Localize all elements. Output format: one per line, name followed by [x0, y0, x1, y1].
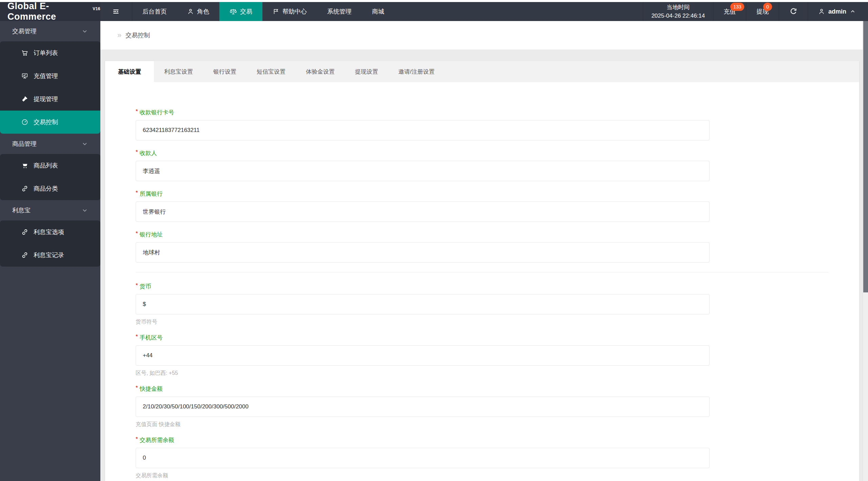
- sidebar-item-withdraw-management[interactable]: 提现管理: [0, 88, 100, 111]
- topnav-label: 帮助中心: [282, 7, 307, 16]
- sidebar-submenu-interest: 利息宝选项 利息宝记录: [0, 220, 100, 267]
- sidebar-group-label: 利息宝: [12, 206, 31, 214]
- chevron-down-icon: [81, 28, 88, 35]
- sidebar-toggle-button[interactable]: [100, 2, 132, 21]
- topbar: Global E-Commerce V16 后台首页 角: [0, 2, 868, 21]
- scales-icon: [230, 8, 237, 15]
- required-mark: *: [136, 282, 138, 289]
- local-time-label: 当地时间: [667, 3, 690, 12]
- field-payee: *收款人: [136, 150, 829, 181]
- field-phone-area-code: *手机区号 区号, 如巴西: +55: [136, 334, 829, 376]
- sidebar-submenu-product: 商品列表 商品分类: [0, 154, 100, 200]
- bank-address-input[interactable]: [136, 242, 710, 263]
- link-icon: [21, 185, 28, 192]
- flag-icon: [273, 8, 279, 15]
- withdraw-count-badge[interactable]: 0: [763, 3, 772, 11]
- admin-page: Global E-Commerce V16 后台首页 角: [0, 0, 868, 481]
- topnav-item-dashboard[interactable]: 后台首页: [132, 2, 177, 21]
- sidebar-item-label: 利息宝记录: [34, 251, 64, 259]
- withdraw-button[interactable]: 0 提现: [746, 2, 779, 21]
- required-mark: *: [136, 230, 138, 237]
- chevron-down-icon: [81, 140, 88, 147]
- tab-withdraw-settings[interactable]: 提现设置: [345, 61, 388, 82]
- refresh-button[interactable]: [779, 2, 808, 21]
- field-label: *快捷金额: [136, 386, 829, 392]
- person-icon: [818, 8, 825, 15]
- topnav-item-help-center[interactable]: 帮助中心: [262, 2, 317, 21]
- tab-invite-register-settings[interactable]: 邀请/注册设置: [388, 61, 445, 82]
- sidebar-item-recharge-management[interactable]: 充值管理: [0, 64, 100, 88]
- sidebar: 交易管理 订单列表 充: [0, 21, 100, 481]
- currency-input[interactable]: [136, 294, 710, 314]
- tab-bank-settings[interactable]: 银行设置: [203, 61, 246, 82]
- sidebar-group-label: 商品管理: [12, 140, 37, 148]
- sidebar-group-product-management[interactable]: 商品管理: [0, 134, 100, 154]
- app-logo-text: Global E-Commerce: [7, 1, 91, 22]
- topnav-item-system[interactable]: 系统管理: [317, 2, 362, 21]
- scrollbar-thumb[interactable]: [863, 21, 868, 292]
- topnav-label: 交易: [240, 7, 252, 16]
- topnav-item-roles[interactable]: 角色: [177, 2, 219, 21]
- person-icon: [187, 8, 194, 15]
- user-menu[interactable]: admin: [808, 2, 866, 21]
- link-icon: [21, 228, 28, 236]
- topnav-item-mall[interactable]: 商城: [362, 2, 394, 21]
- tab-trial-fund-settings[interactable]: 体验金设置: [296, 61, 345, 82]
- board-icon: [21, 72, 28, 80]
- tab-label: 银行设置: [213, 68, 236, 76]
- required-balance-input[interactable]: [136, 448, 710, 468]
- sidebar-item-trade-control[interactable]: 交易控制: [0, 111, 100, 134]
- recharge-count-badge[interactable]: 133: [730, 3, 744, 11]
- required-mark: *: [136, 190, 138, 196]
- form-divider: [136, 272, 829, 272]
- field-label: *收款人: [136, 150, 829, 157]
- field-label: *收款银行卡号: [136, 109, 829, 116]
- field-label: *银行地址: [136, 231, 829, 238]
- menu-toggle-icon: [112, 7, 121, 16]
- sidebar-item-interest-records[interactable]: 利息宝记录: [0, 244, 100, 267]
- required-mark: *: [136, 333, 138, 340]
- sidebar-group-interest-treasure[interactable]: 利息宝: [0, 200, 100, 220]
- field-bank-name: *所属银行: [136, 191, 829, 222]
- recharge-button[interactable]: 133 充值: [713, 2, 746, 21]
- sidebar-item-product-list[interactable]: 商品列表: [0, 154, 100, 177]
- link-icon: [21, 251, 28, 259]
- required-mark: *: [136, 108, 138, 115]
- payee-input[interactable]: [136, 161, 710, 181]
- quick-amounts-input[interactable]: [136, 397, 710, 417]
- sidebar-item-interest-options[interactable]: 利息宝选项: [0, 220, 100, 244]
- topbar-right: 当地时间 2025-04-26 22:46:14 133 充值 0 提现: [643, 2, 868, 21]
- field-helper-text: 交易所需余额: [136, 472, 829, 479]
- sidebar-item-order-list[interactable]: 订单列表: [0, 41, 100, 64]
- sidebar-group-label: 交易管理: [12, 27, 37, 35]
- sidebar-group-trade-management[interactable]: 交易管理: [0, 21, 100, 41]
- receiving-bank-card-input[interactable]: [136, 120, 710, 140]
- required-mark: *: [136, 149, 138, 156]
- field-quick-amounts: *快捷金额 充值页面 快捷金额: [136, 386, 829, 427]
- field-required-balance: *交易所需余额 交易所需余额: [136, 437, 829, 479]
- tab-sms-settings[interactable]: 短信宝设置: [246, 61, 296, 82]
- sidebar-item-label: 交易控制: [34, 118, 58, 126]
- bank-name-input[interactable]: [136, 201, 710, 222]
- sidebar-item-label: 充值管理: [34, 72, 58, 80]
- gauge-icon: [21, 118, 28, 126]
- required-mark: *: [136, 385, 138, 391]
- topnav-item-trade[interactable]: 交易: [219, 2, 262, 21]
- chevron-up-icon: [850, 8, 856, 15]
- tab-label: 体验金设置: [306, 68, 335, 76]
- sidebar-item-product-category[interactable]: 商品分类: [0, 177, 100, 200]
- tab-interest-settings[interactable]: 利息宝设置: [154, 61, 203, 82]
- tab-basic-settings[interactable]: 基础设置: [105, 61, 154, 82]
- phone-area-code-input[interactable]: [136, 345, 710, 366]
- tab-label: 基础设置: [118, 68, 141, 76]
- sidebar-item-label: 商品列表: [34, 161, 58, 170]
- sidebar-item-label: 提现管理: [34, 95, 58, 103]
- settings-card: 基础设置 利息宝设置 银行设置 短信宝设置 体验金设置 提现: [105, 61, 859, 481]
- top-navigation: 后台首页 角色 交易: [132, 2, 394, 21]
- chevron-down-icon: [81, 207, 88, 214]
- required-mark: *: [136, 436, 138, 443]
- main-content: » 交易控制 基础设置 利息宝设置 银行设置 短信宝设置: [100, 21, 863, 481]
- tab-label: 提现设置: [355, 68, 378, 76]
- topnav-label: 角色: [197, 7, 209, 16]
- topnav-label: 后台首页: [142, 7, 167, 16]
